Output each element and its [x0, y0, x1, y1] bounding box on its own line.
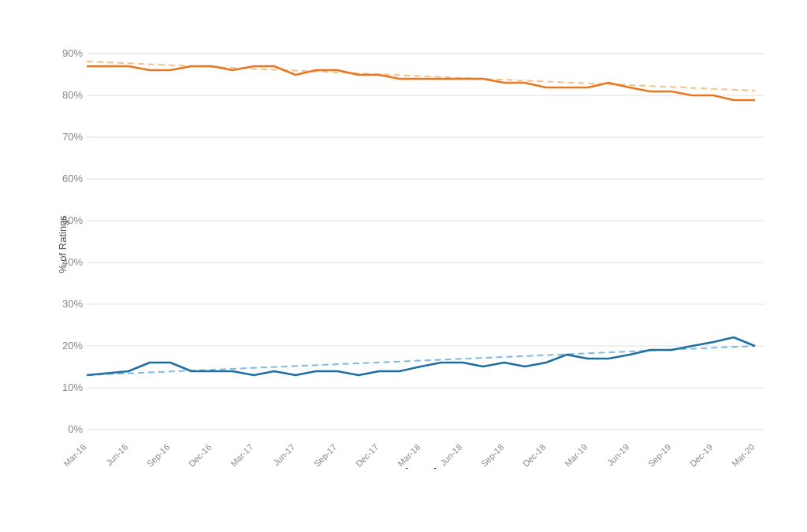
svg-line-37 [87, 61, 755, 91]
svg-text:% of Ratings: % of Ratings [57, 215, 69, 273]
svg-text:Sep-17: Sep-17 [312, 442, 339, 469]
svg-text:Jun-17: Jun-17 [271, 442, 296, 467]
svg-text:Jun-19: Jun-19 [605, 442, 630, 467]
chart-container: % of Ratings 0% 10% 20% 30% 40% 50% 60% … [0, 0, 807, 532]
svg-text:Dec-18: Dec-18 [521, 442, 548, 469]
svg-text:30%: 30% [62, 298, 83, 310]
svg-text:80%: 80% [62, 89, 83, 101]
svg-text:Mar-17: Mar-17 [229, 442, 255, 468]
svg-text:Month and Year: Month and Year [377, 466, 465, 469]
svg-text:20%: 20% [62, 340, 83, 352]
svg-text:Jun-18: Jun-18 [438, 442, 463, 467]
svg-text:Mar-20: Mar-20 [730, 442, 756, 468]
svg-text:90%: 90% [62, 47, 83, 59]
chart-svg: 0% 10% 20% 30% 40% 50% 60% 70% 80% 90% M… [55, 16, 791, 469]
svg-text:Mar-16: Mar-16 [61, 442, 87, 468]
svg-text:Dec-19: Dec-19 [688, 442, 715, 469]
svg-text:Sep-18: Sep-18 [479, 442, 506, 469]
svg-text:Dec-17: Dec-17 [354, 442, 381, 469]
svg-text:Sep-16: Sep-16 [145, 442, 172, 469]
svg-text:Mar-18: Mar-18 [396, 442, 422, 468]
svg-text:10%: 10% [62, 381, 83, 393]
svg-text:70%: 70% [62, 131, 83, 143]
svg-text:0%: 0% [68, 423, 83, 435]
svg-text:Sep-19: Sep-19 [646, 442, 673, 469]
svg-text:Dec-16: Dec-16 [187, 442, 214, 469]
svg-text:Mar-19: Mar-19 [563, 442, 589, 468]
svg-text:60%: 60% [62, 173, 83, 184]
svg-text:Jun-16: Jun-16 [104, 442, 129, 467]
